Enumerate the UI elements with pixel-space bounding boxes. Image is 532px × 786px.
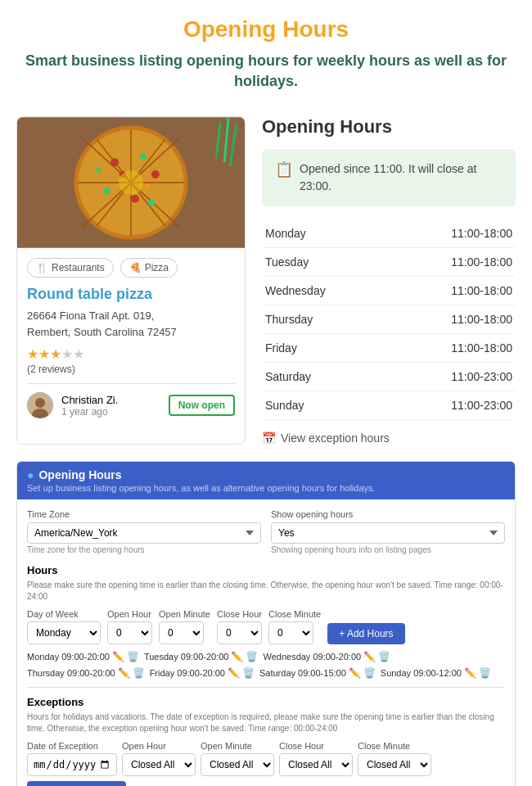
page-title: Opening Hours [16,16,516,43]
exc-close-hour-label: Close Hour [279,741,353,751]
timezone-label: Time Zone [27,509,261,519]
hours-section-hint: Please make sure the opening time is ear… [27,580,505,603]
admin-header-icon: ● [27,468,34,481]
exc-close-minute-label: Close Minute [358,741,431,751]
status-icon: 📋 [275,160,293,178]
page-subtitle: Smart business listing opening hours for… [16,51,516,92]
hours-cell: 11:00-18:00 [388,334,516,363]
edit-icon[interactable]: ✏️ [228,667,240,679]
close-minute-group: Close Minute 0 [268,609,321,644]
edit-icon[interactable]: ✏️ [363,651,376,662]
hours-form-row: Day of Week MondayTuesdayWednesday Thurs… [27,609,505,644]
opening-hours-panel: Opening Hours 📋 Opened since 11:00. It w… [262,116,516,445]
hours-cell: 11:00-18:00 [388,305,516,334]
day-cell: Thursday [262,305,388,334]
delete-icon[interactable]: 🗑️ [363,667,376,679]
page-header: Opening Hours Smart business listing ope… [0,0,532,100]
exceptions-title: Exceptions [27,696,505,708]
list-item: Friday 09:00-20:00 ✏️🗑️ [150,667,255,679]
table-row: Friday11:00-18:00 [262,334,516,363]
list-item: Sunday 09:00-12:00 ✏️🗑️ [381,667,491,679]
business-card: 🍴 Restaurants 🍕 Pizza Round table pizza … [16,116,246,445]
hours-cell: 11:00-18:00 [388,248,516,277]
tag-pizza: 🍕 Pizza [120,258,178,278]
list-item: Saturday 09:00-15:00 ✏️🗑️ [259,667,376,679]
table-row: Wednesday11:00-18:00 [262,277,516,305]
stars: ★★★ [27,347,61,361]
open-hour-label: Open Hour [107,609,152,619]
svg-point-23 [35,398,45,408]
delete-icon[interactable]: 🗑️ [378,651,390,662]
hours-table: Monday11:00-18:00Tuesday11:00-18:00Wedne… [262,219,516,420]
timezone-select[interactable]: America/New_York [27,522,261,544]
svg-point-13 [131,195,139,203]
exc-open-minute-select[interactable]: Closed All Day [201,753,274,776]
status-box: 📋 Opened since 11:00. It will close at 2… [262,149,516,206]
add-hours-button[interactable]: + Add Hours [327,623,404,644]
exc-close-hour-group: Close Hour Closed All Day [279,741,353,776]
show-hours-select[interactable]: Yes No [271,522,505,544]
list-item: Tuesday 09:00-20:00 ✏️🗑️ [144,651,259,662]
svg-point-12 [103,187,110,194]
close-minute-label: Close Minute [268,609,321,619]
show-hours-label: Show opening hours [271,509,505,519]
table-row: Saturday11:00-23:00 [262,363,516,391]
edit-icon[interactable]: ✏️ [464,667,476,679]
list-item: Thursday 09:00-20:00 ✏️🗑️ [27,667,145,679]
list-item: Wednesday 09:00-20:00 ✏️🗑️ [263,651,390,662]
open-minute-select[interactable]: 0 [159,621,204,644]
hours-cell: 11:00-23:00 [388,391,516,420]
delete-icon[interactable]: 🗑️ [127,651,139,662]
exc-open-minute-label: Open Minute [201,741,274,751]
table-row: Sunday11:00-23:00 [262,391,516,420]
tags-row: 🍴 Restaurants 🍕 Pizza [27,258,235,278]
edit-icon[interactable]: ✏️ [118,667,130,679]
exc-date-label: Date of Exception [27,741,117,751]
delete-icon[interactable]: 🗑️ [246,651,258,662]
day-cell: Wednesday [262,277,388,305]
delete-icon[interactable]: 🗑️ [133,667,145,679]
avatar [27,392,53,418]
hours-cell: 11:00-18:00 [388,219,516,248]
reviewer-info: Christian Zi. 1 year ago [61,394,160,418]
now-open-button[interactable]: Now open [169,395,235,416]
exceptions-section: Exceptions Hours for holidays and vacati… [27,687,505,786]
open-minute-group: Open Minute 0 [159,609,210,644]
day-cell: Saturday [262,363,388,391]
day-cell: Sunday [262,391,388,420]
admin-body: Time Zone America/New_York Time zone for… [17,499,515,786]
day-cell: Friday [262,334,388,363]
empty-stars: ★★ [61,347,84,361]
edit-icon[interactable]: ✏️ [349,667,361,679]
add-exceptions-button[interactable]: + Add Exceptions [27,781,126,786]
calendar-icon: 📅 [262,431,276,445]
delete-icon[interactable]: 🗑️ [242,667,255,679]
open-hour-select[interactable]: 0 [107,621,152,644]
edit-icon[interactable]: ✏️ [112,651,124,662]
day-of-week-select[interactable]: MondayTuesdayWednesday ThursdayFridaySat… [27,621,101,644]
day-cell: Tuesday [262,248,388,277]
exc-close-minute-select[interactable]: Closed All Day [358,753,431,776]
reviewer-row: Christian Zi. 1 year ago Now open [27,392,235,418]
admin-header: ● Opening Hours Set up business listing … [17,462,515,499]
day-cell: Monday [262,219,388,248]
reviewer-name: Christian Zi. [61,394,160,406]
day-of-week-group: Day of Week MondayTuesdayWednesday Thurs… [27,609,101,644]
table-row: Thursday11:00-18:00 [262,305,516,334]
close-minute-select[interactable]: 0 [268,621,313,644]
edit-icon[interactable]: ✏️ [231,651,243,662]
status-text: Opened since 11:00. It will close at 23:… [300,160,503,195]
exc-close-hour-select[interactable]: Closed All Day [279,753,353,776]
close-hour-select[interactable]: 0 [217,621,262,644]
existing-hours-list: Monday 09:00-20:00 ✏️🗑️Tuesday 09:00-20:… [27,651,505,679]
delete-icon[interactable]: 🗑️ [479,667,491,679]
exc-open-hour-select[interactable]: Closed All Day [122,753,196,776]
business-address: 26664 Fiona Trail Apt. 019,Rembert, Sout… [27,308,235,340]
exceptions-hint: Hours for holidays and vacations. The da… [27,711,505,734]
exc-open-hour-label: Open Hour [122,741,196,751]
svg-point-16 [96,169,101,174]
exc-date-input[interactable] [27,753,117,776]
view-exceptions-link[interactable]: 📅 View exception hours [262,431,516,445]
admin-panel: ● Opening Hours Set up business listing … [16,461,516,786]
show-hours-hint: Showing opening hours info on listing pa… [271,545,505,554]
